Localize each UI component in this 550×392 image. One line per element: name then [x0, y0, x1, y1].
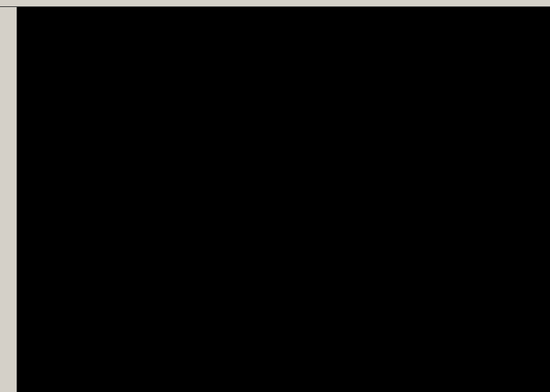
cad-application-window: [0, 0, 550, 392]
drawing-canvas[interactable]: [17, 7, 550, 392]
left-toolbar-panel: [0, 7, 18, 392]
top-toolbar: [0, 0, 550, 7]
wireframe-model: [17, 7, 550, 392]
